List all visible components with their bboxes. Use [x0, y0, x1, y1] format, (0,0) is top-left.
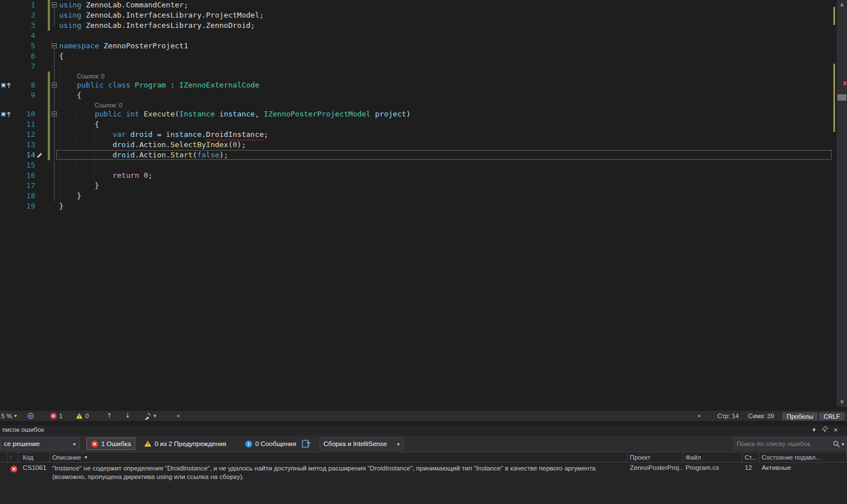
- code-text[interactable]: var droid = instance.DroidInstance;: [59, 130, 268, 140]
- code-line-19[interactable]: 19}: [0, 201, 837, 211]
- line-number[interactable]: 1: [14, 0, 35, 10]
- window-position-menu-icon[interactable]: ▾: [809, 426, 819, 435]
- suppression-column-header[interactable]: Состояние подавл...: [759, 452, 847, 462]
- code-line-2[interactable]: 2using ZennoLab.InterfacesLibrary.Projec…: [0, 10, 837, 20]
- line-number[interactable]: 13: [14, 140, 35, 150]
- glyph-margin[interactable]: [0, 72, 14, 80]
- glyph-margin[interactable]: [0, 160, 14, 170]
- line-number[interactable]: 7: [14, 61, 35, 72]
- scroll-down-arrow[interactable]: ▼: [837, 399, 847, 406]
- line-number[interactable]: 14: [14, 150, 35, 160]
- code-text[interactable]: namespace ZennoPosterProject1: [59, 41, 188, 51]
- code-line-18[interactable]: 18 }: [0, 191, 837, 201]
- error-list-search[interactable]: ▼: [734, 438, 847, 450]
- code-export-glyph-icon[interactable]: [1, 111, 12, 118]
- code-text[interactable]: {: [59, 51, 64, 61]
- errors-filter-toggle[interactable]: 1 Ошибка: [86, 438, 135, 450]
- glyph-margin[interactable]: [0, 170, 14, 181]
- line-number[interactable]: 5: [14, 41, 35, 51]
- description-column-header[interactable]: Описание ▼: [50, 452, 628, 462]
- code-text[interactable]: public class Program : IZennoExternalCod…: [59, 80, 259, 90]
- hscroll-right-arrow[interactable]: ▶: [698, 411, 701, 421]
- document-health-icon[interactable]: [27, 411, 34, 421]
- code-editor[interactable]: 1using ZennoLab.CommandCenter;2using Zen…: [0, 0, 847, 407]
- code-text[interactable]: using ZennoLab.InterfacesLibrary.ZennoDr…: [59, 20, 255, 31]
- search-icon[interactable]: [833, 440, 840, 448]
- code-line-17[interactable]: 17 }: [0, 181, 837, 191]
- glyph-margin[interactable]: [0, 20, 14, 31]
- code-text[interactable]: droid.Action.SelectByIndex(0);: [59, 140, 246, 150]
- fold-collapse-button[interactable]: [52, 2, 57, 7]
- next-issue-button[interactable]: ↓: [125, 411, 130, 421]
- code-line-1[interactable]: 1using ZennoLab.CommandCenter;: [0, 0, 837, 10]
- code-line-8[interactable]: 8 public class Program : IZennoExternalC…: [0, 80, 837, 90]
- line-number[interactable]: 18: [14, 191, 35, 201]
- glyph-margin[interactable]: [0, 191, 14, 201]
- category-column-header[interactable]: !: [8, 452, 18, 462]
- glyph-margin[interactable]: [0, 130, 14, 140]
- project-column-header[interactable]: Проект: [628, 452, 683, 462]
- line-number[interactable]: 9: [14, 90, 35, 101]
- code-line-16[interactable]: 16 return 0;: [0, 170, 837, 181]
- zoom-level-select[interactable]: 5 % ▼: [1, 411, 17, 421]
- glyph-margin[interactable]: [0, 41, 14, 51]
- error-row[interactable]: CS1061 "Instance" не содержит определени…: [0, 463, 847, 484]
- filter-issues-button[interactable]: [298, 438, 315, 450]
- glyph-margin[interactable]: [0, 61, 14, 72]
- chevron-down-icon[interactable]: ▼: [841, 442, 844, 446]
- code-text[interactable]: {: [59, 90, 81, 101]
- code-text[interactable]: droid.Action.Start(false);: [59, 150, 228, 160]
- source-filter-dropdown[interactable]: Сборка и IntelliSense ▼: [319, 438, 404, 450]
- code-line-10[interactable]: 10 public int Execute(Instance instance,…: [0, 109, 837, 119]
- code-line-5[interactable]: 5namespace ZennoPosterProject1: [0, 41, 837, 51]
- line-number[interactable]: 12: [14, 130, 35, 140]
- scroll-up-arrow[interactable]: ▲: [837, 1, 847, 8]
- glyph-margin[interactable]: [0, 201, 14, 211]
- glyph-margin[interactable]: [0, 90, 14, 101]
- code-text[interactable]: using ZennoLab.CommandCenter;: [59, 0, 188, 10]
- warning-count-indicator[interactable]: 0: [76, 411, 89, 421]
- severity-column-header[interactable]: [0, 452, 8, 462]
- code-line-11[interactable]: 11 {: [0, 119, 837, 130]
- line-number[interactable]: 3: [14, 20, 35, 31]
- pin-icon[interactable]: [820, 426, 829, 435]
- glyph-margin[interactable]: [0, 119, 14, 130]
- line-number[interactable]: 10: [14, 109, 35, 119]
- line-number[interactable]: 11: [14, 119, 35, 130]
- glyph-margin[interactable]: [0, 51, 14, 61]
- code-text[interactable]: return 0;: [59, 170, 152, 181]
- code-text[interactable]: {: [59, 119, 99, 130]
- codelens-references-link[interactable]: Ссылок: 0: [77, 72, 105, 81]
- codelens-references-link[interactable]: Ссылок: 0: [94, 101, 122, 110]
- line-number[interactable]: 4: [14, 31, 35, 41]
- glyph-margin[interactable]: [0, 101, 14, 109]
- whitespace-toggle-button[interactable]: Пробелы: [782, 411, 817, 421]
- glyph-margin[interactable]: [0, 0, 14, 10]
- code-line-9[interactable]: 9 {: [0, 90, 837, 101]
- panel-title-bar[interactable]: писок ошибок ▾ ×: [0, 425, 847, 436]
- error-description-cell[interactable]: "Instance" не содержит определения "Droi…: [50, 464, 628, 484]
- file-column-header[interactable]: Файл: [683, 452, 742, 462]
- fold-collapse-button[interactable]: [52, 111, 57, 116]
- glyph-margin[interactable]: [0, 10, 14, 20]
- code-lines-container[interactable]: 1using ZennoLab.CommandCenter;2using Zen…: [0, 0, 837, 211]
- previous-issue-button[interactable]: ↑: [107, 411, 112, 421]
- code-text[interactable]: public int Execute(Instance instance, IZ…: [59, 109, 410, 119]
- code-export-glyph-icon[interactable]: [1, 82, 12, 89]
- glyph-margin[interactable]: [0, 109, 14, 119]
- search-input[interactable]: [734, 440, 833, 447]
- error-count-indicator[interactable]: 1: [50, 411, 63, 421]
- fold-collapse-button[interactable]: [52, 43, 57, 48]
- line-number[interactable]: 6: [14, 51, 35, 61]
- code-text[interactable]: using ZennoLab.InterfacesLibrary.Project…: [59, 10, 264, 20]
- glyph-margin[interactable]: [0, 181, 14, 191]
- code-line-3[interactable]: 3using ZennoLab.InterfacesLibrary.ZennoD…: [0, 20, 837, 31]
- code-line-12[interactable]: 12 var droid = instance.DroidInstance;: [0, 130, 837, 140]
- close-icon[interactable]: ×: [831, 426, 840, 435]
- line-number[interactable]: 17: [14, 181, 35, 191]
- glyph-margin[interactable]: [0, 80, 14, 90]
- eol-format-button[interactable]: CRLF: [819, 411, 845, 421]
- line-number[interactable]: 2: [14, 10, 35, 20]
- code-line-7[interactable]: 7: [0, 61, 837, 72]
- code-text[interactable]: }: [59, 201, 64, 211]
